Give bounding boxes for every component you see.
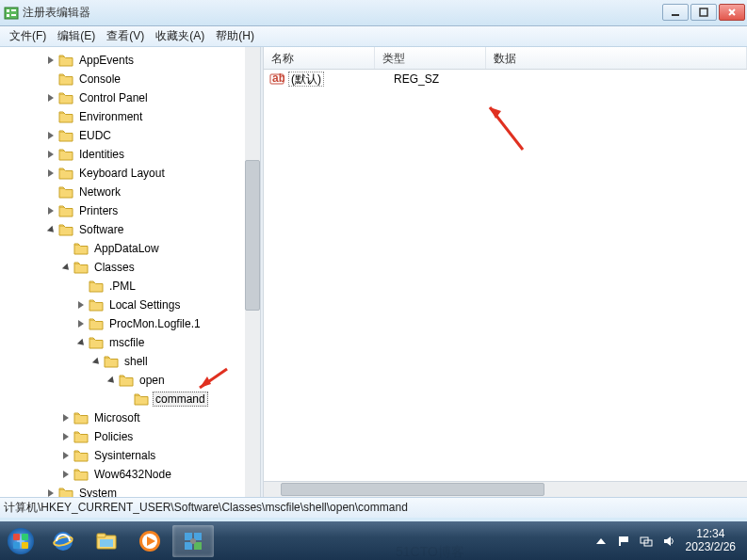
list-h-scrollbar[interactable] — [264, 481, 747, 497]
list-h-thumb[interactable] — [281, 483, 544, 496]
tree-node-classes[interactable]: Classes — [0, 258, 260, 277]
tray-flag-icon[interactable] — [615, 533, 632, 550]
folder-icon — [58, 185, 73, 199]
tree-node-label: EUDC — [77, 129, 113, 142]
taskbar-explorer[interactable] — [86, 525, 127, 557]
expander-icon[interactable] — [75, 299, 87, 311]
svg-rect-32 — [194, 542, 202, 550]
tree-node-appevents[interactable]: AppEvents — [0, 51, 260, 70]
expander-icon[interactable] — [45, 488, 57, 497]
folder-icon — [58, 204, 73, 217]
start-button[interactable] — [0, 521, 41, 560]
folder-icon — [89, 298, 104, 312]
tray-chevron-icon[interactable] — [593, 533, 609, 550]
taskbar-ie[interactable] — [42, 525, 84, 557]
expander-icon[interactable] — [90, 356, 102, 367]
expander-icon[interactable] — [75, 337, 87, 348]
tree-node-shell[interactable]: shell — [0, 352, 260, 371]
tree-scrollbar[interactable] — [245, 47, 260, 497]
expander-icon[interactable] — [45, 92, 57, 104]
folder-icon — [58, 148, 73, 161]
tree-node-software[interactable]: Software — [0, 220, 260, 239]
main-area: AppEventsConsoleControl PanelEnvironment… — [0, 47, 747, 497]
tree-node-eudc[interactable]: EUDC — [0, 126, 260, 145]
menu-bar: 文件(F) 编辑(E) 查看(V) 收藏夹(A) 帮助(H) — [0, 26, 747, 47]
taskbar-regedit[interactable] — [172, 525, 214, 557]
expander-icon[interactable] — [75, 318, 87, 329]
list-row-default[interactable]: ab (默认) REG_SZ — [264, 70, 747, 88]
tree-node-appdatalow[interactable]: AppDataLow — [0, 239, 260, 258]
tree-node-keyboard-layout[interactable]: Keyboard Layout — [0, 164, 260, 183]
expander-icon[interactable] — [45, 55, 57, 66]
tree-node-control-panel[interactable]: Control Panel — [0, 88, 260, 107]
tray-clock[interactable]: 12:34 2023/2/26 — [686, 528, 736, 552]
expander-icon[interactable] — [60, 469, 72, 480]
value-type: REG_SZ — [392, 72, 503, 86]
tree-node-procmon-logfile-1[interactable]: ProcMon.Logfile.1 — [0, 314, 260, 333]
expander-icon[interactable] — [45, 205, 57, 216]
tree-node-system[interactable]: System — [0, 484, 260, 497]
svg-rect-17 — [13, 534, 20, 540]
tree-pane[interactable]: AppEventsConsoleControl PanelEnvironment… — [0, 47, 260, 497]
expander-icon[interactable] — [60, 412, 72, 424]
svg-rect-35 — [619, 536, 621, 546]
column-data[interactable]: 数据 — [486, 47, 747, 69]
menu-favorites[interactable]: 收藏夹(A) — [150, 26, 210, 46]
tree-node-label: Sysinternals — [92, 449, 157, 462]
tree-node-label: AppDataLow — [92, 242, 161, 255]
column-name[interactable]: 名称 — [264, 47, 375, 69]
tree-node-label: Microsoft — [92, 411, 142, 424]
expander-icon[interactable] — [60, 450, 72, 461]
menu-file[interactable]: 文件(F) — [4, 26, 52, 46]
tree-node-network[interactable]: Network — [0, 183, 260, 201]
folder-icon — [58, 167, 73, 180]
tree-node-mscfile[interactable]: mscfile — [0, 333, 260, 352]
folder-icon — [89, 317, 104, 330]
column-type[interactable]: 类型 — [375, 47, 486, 69]
expander-icon[interactable] — [60, 431, 72, 442]
tree-node-label: Classes — [92, 261, 137, 274]
expander-icon[interactable] — [45, 224, 57, 235]
menu-view[interactable]: 查看(V) — [101, 26, 150, 46]
tree-node-microsoft[interactable]: Microsoft — [0, 408, 260, 427]
tree-node-sysinternals[interactable]: Sysinternals — [0, 446, 260, 465]
list-body[interactable]: ab (默认) REG_SZ — [264, 70, 747, 481]
tray-volume-icon[interactable] — [660, 533, 677, 550]
tree-node-label: AppEvents — [77, 54, 136, 67]
minimize-button[interactable] — [662, 4, 689, 21]
expander-icon[interactable] — [45, 149, 57, 160]
expander-icon[interactable] — [45, 168, 57, 179]
tree-node-policies[interactable]: Policies — [0, 427, 260, 446]
svg-marker-39 — [664, 536, 671, 546]
maximize-button[interactable] — [690, 4, 717, 21]
tree-node-label: Keyboard Layout — [77, 167, 167, 180]
tree-node--pml[interactable]: .PML — [0, 277, 260, 296]
svg-rect-2 — [7, 14, 9, 17]
menu-edit[interactable]: 编辑(E) — [52, 26, 101, 46]
svg-rect-30 — [194, 533, 202, 540]
tree-node-wow6432node[interactable]: Wow6432Node — [0, 465, 260, 484]
tree-node-environment[interactable]: Environment — [0, 107, 260, 126]
tree-node-label: Printers — [77, 204, 120, 217]
folder-icon — [89, 336, 104, 349]
svg-marker-34 — [596, 538, 606, 544]
tree-scroll-thumb[interactable] — [245, 160, 260, 311]
tree-node-console[interactable]: Console — [0, 70, 260, 88]
taskbar-media-player[interactable] — [129, 525, 171, 557]
svg-rect-1 — [7, 9, 9, 12]
menu-help[interactable]: 帮助(H) — [210, 26, 260, 46]
tree-node-command[interactable]: command — [0, 390, 260, 408]
expander-icon — [45, 73, 57, 85]
expander-icon[interactable] — [60, 262, 72, 273]
tray-network-icon[interactable] — [638, 533, 655, 550]
tree-node-local-settings[interactable]: Local Settings — [0, 296, 260, 314]
folder-icon — [58, 110, 73, 123]
tree-node-printers[interactable]: Printers — [0, 201, 260, 220]
tree-node-open[interactable]: open — [0, 371, 260, 390]
close-button[interactable] — [719, 4, 745, 21]
expander-icon[interactable] — [106, 375, 117, 386]
expander-icon[interactable] — [45, 130, 57, 141]
window-controls — [660, 4, 745, 23]
tree-node-identities[interactable]: Identities — [0, 145, 260, 164]
tree-node-label: Network — [77, 185, 122, 199]
